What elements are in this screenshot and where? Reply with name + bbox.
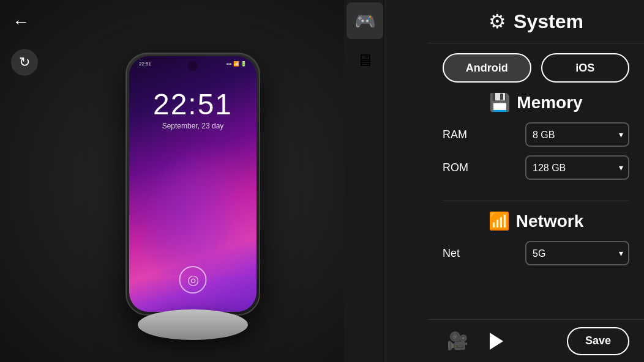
phone-status-icons: ▪▪▪ 📶 🔋 bbox=[227, 61, 247, 67]
network-title: Network bbox=[516, 212, 583, 231]
net-row: Net 2G 3G 4G 5G WiFi bbox=[443, 241, 629, 265]
phone-big-time: 22:51 bbox=[129, 90, 256, 119]
ram-label: RAM bbox=[443, 128, 467, 141]
right-panel: ⚙ System Android iOS 💾 Memory RAM 2 GB 4… bbox=[386, 0, 644, 362]
memory-section: 💾 Memory RAM 2 GB 4 GB 6 GB 8 GB 12 GB 1… bbox=[428, 92, 644, 198]
net-select[interactable]: 2G 3G 4G 5G WiFi bbox=[525, 241, 629, 265]
section-divider bbox=[443, 201, 629, 201]
phone-mockup: 22:51 ▪▪▪ 📶 🔋 22:51 September, 23 day ◎ bbox=[125, 53, 260, 322]
video-record-button[interactable]: 🎥 bbox=[443, 327, 472, 356]
rom-row: ROM 32 GB 64 GB 128 GB 256 GB 512 GB bbox=[443, 155, 629, 180]
network-section-header: 📶 Network bbox=[443, 211, 629, 231]
memory-section-header: 💾 Memory bbox=[443, 92, 629, 113]
net-select-wrapper: 2G 3G 4G 5G WiFi bbox=[525, 241, 629, 265]
left-panel: ← ↻ 22:51 ▪▪▪ 📶 🔋 22:51 September, 23 da… bbox=[0, 0, 386, 362]
back-button[interactable]: ← bbox=[12, 12, 29, 32]
phone-pedestal bbox=[138, 309, 248, 340]
header: ⚙ System bbox=[428, 0, 644, 43]
video-icon: 🎥 bbox=[447, 331, 468, 351]
net-label: Net bbox=[443, 247, 460, 260]
sidebar-icon-app[interactable]: 🎮 bbox=[346, 2, 383, 39]
rom-label: ROM bbox=[443, 161, 468, 174]
rom-select[interactable]: 32 GB 64 GB 128 GB 256 GB 512 GB bbox=[525, 155, 629, 180]
os-selector: Android iOS bbox=[428, 43, 644, 92]
bottom-bar: 🎥 Save bbox=[428, 319, 644, 362]
system-icon: ⚙ bbox=[489, 10, 506, 33]
phone-status-bar: 22:51 ▪▪▪ 📶 🔋 bbox=[139, 61, 247, 67]
chip-icon: 🖥 bbox=[356, 50, 373, 70]
sidebar-icons: 🎮 🖥 bbox=[344, 0, 386, 362]
phone-screen: 22:51 ▪▪▪ 📶 🔋 22:51 September, 23 day ◎ bbox=[129, 56, 256, 312]
rom-select-wrapper: 32 GB 64 GB 128 GB 256 GB 512 GB bbox=[525, 155, 629, 180]
app-icon: 🎮 bbox=[354, 11, 376, 31]
ios-button[interactable]: iOS bbox=[541, 53, 630, 83]
memory-icon: 💾 bbox=[489, 92, 511, 113]
phone-status-time: 22:51 bbox=[139, 61, 151, 67]
phone-body: 22:51 ▪▪▪ 📶 🔋 22:51 September, 23 day ◎ bbox=[125, 53, 260, 316]
android-button[interactable]: Android bbox=[443, 53, 531, 83]
play-icon bbox=[490, 333, 503, 350]
system-title: System bbox=[514, 10, 583, 33]
memory-title: Memory bbox=[517, 93, 582, 113]
phone-wallpaper-swirl bbox=[129, 122, 256, 275]
sidebar-icon-chip[interactable]: 🖥 bbox=[346, 42, 383, 78]
phone-fingerprint-icon: ◎ bbox=[179, 266, 207, 294]
content-area: ⚙ System Android iOS 💾 Memory RAM 2 GB 4… bbox=[428, 0, 644, 362]
network-section: 📶 Network Net 2G 3G 4G 5G WiFi bbox=[428, 211, 644, 284]
network-icon: 📶 bbox=[489, 211, 510, 231]
play-button[interactable] bbox=[482, 327, 511, 356]
ram-row: RAM 2 GB 4 GB 6 GB 8 GB 12 GB 16 GB bbox=[443, 122, 629, 147]
ram-select[interactable]: 2 GB 4 GB 6 GB 8 GB 12 GB 16 GB bbox=[525, 122, 629, 147]
refresh-button[interactable]: ↻ bbox=[11, 49, 38, 76]
save-button[interactable]: Save bbox=[567, 327, 629, 355]
ram-select-wrapper: 2 GB 4 GB 6 GB 8 GB 12 GB 16 GB bbox=[525, 122, 629, 147]
